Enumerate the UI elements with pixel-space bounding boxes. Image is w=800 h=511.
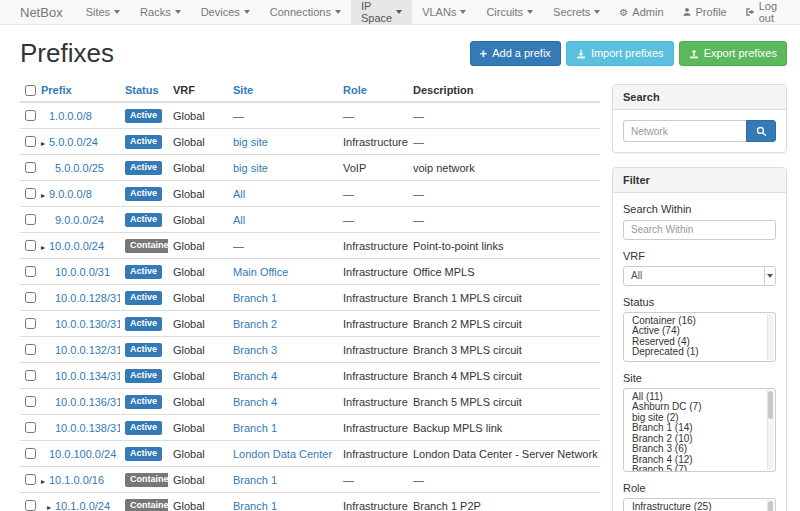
- status-badge[interactable]: Container: [125, 499, 168, 511]
- nav-item-profile[interactable]: Profile: [673, 0, 736, 24]
- row-checkbox[interactable]: [25, 396, 36, 407]
- prefix-link[interactable]: 10.0.0.132/31: [55, 344, 120, 356]
- column-header-link[interactable]: Prefix: [41, 84, 72, 96]
- row-checkbox[interactable]: [25, 266, 36, 277]
- column-header-link[interactable]: Site: [233, 84, 253, 96]
- prefix-link[interactable]: 10.0.0.128/31: [55, 292, 120, 304]
- row-checkbox[interactable]: [25, 474, 36, 485]
- column-header-site[interactable]: Site: [228, 79, 338, 102]
- prefix-link[interactable]: 10.0.0.130/31: [55, 318, 120, 330]
- row-checkbox[interactable]: [25, 370, 36, 381]
- scrollbar-track[interactable]: [767, 314, 774, 360]
- status-badge[interactable]: Container: [125, 239, 168, 253]
- list-option[interactable]: Infrastructure (25): [624, 502, 775, 511]
- prefix-link[interactable]: 10.0.0.0/24: [49, 240, 104, 252]
- nav-item-racks[interactable]: Racks: [130, 0, 191, 24]
- site-link[interactable]: Branch 1: [233, 422, 277, 434]
- status-filter-list[interactable]: Container (16)Active (74)Reserved (4)Dep…: [623, 312, 776, 362]
- list-option[interactable]: Branch 1 (14): [624, 423, 775, 434]
- scrollbar-thumb[interactable]: [768, 391, 773, 419]
- prefix-link[interactable]: 10.0.0.0/31: [55, 266, 110, 278]
- status-badge[interactable]: Active: [125, 317, 162, 331]
- nav-item-devices[interactable]: Devices: [191, 0, 260, 24]
- status-badge[interactable]: Active: [125, 109, 162, 123]
- column-header-status[interactable]: Status: [120, 79, 168, 102]
- status-badge[interactable]: Active: [125, 265, 162, 279]
- nav-item-secrets[interactable]: Secrets: [543, 0, 610, 24]
- row-checkbox[interactable]: [25, 240, 36, 251]
- status-badge[interactable]: Active: [125, 447, 162, 461]
- site-link[interactable]: Branch 4: [233, 370, 277, 382]
- list-option[interactable]: Branch 5 (7): [624, 465, 775, 472]
- status-badge[interactable]: Active: [125, 291, 162, 305]
- column-header-prefix[interactable]: Prefix: [36, 79, 120, 102]
- status-badge[interactable]: Active: [125, 421, 162, 435]
- row-checkbox[interactable]: [25, 292, 36, 303]
- column-header-link[interactable]: Role: [343, 84, 367, 96]
- prefix-link[interactable]: 5.0.0.0/25: [55, 162, 104, 174]
- site-link[interactable]: All: [233, 214, 245, 226]
- site-link[interactable]: Branch 1: [233, 292, 277, 304]
- prefix-link[interactable]: 10.0.0.134/31: [55, 370, 120, 382]
- app-brand[interactable]: NetBox: [0, 0, 76, 24]
- site-link[interactable]: Branch 3: [233, 344, 277, 356]
- row-checkbox[interactable]: [25, 110, 36, 121]
- search-button[interactable]: [746, 120, 776, 142]
- list-option[interactable]: Branch 3 (6): [624, 444, 775, 455]
- scrollbar-thumb[interactable]: [768, 501, 773, 511]
- prefix-link[interactable]: 10.0.0.136/31: [55, 396, 120, 408]
- nav-item-sites[interactable]: Sites: [76, 0, 130, 24]
- site-link[interactable]: big site: [233, 136, 268, 148]
- prefix-link[interactable]: 10.0.100.0/24: [49, 448, 116, 460]
- nav-item-log-out[interactable]: Log out: [736, 0, 790, 24]
- status-badge[interactable]: Active: [125, 395, 162, 409]
- prefix-link[interactable]: 5.0.0.0/24: [49, 136, 98, 148]
- site-link[interactable]: All: [233, 188, 245, 200]
- row-checkbox[interactable]: [25, 188, 36, 199]
- status-badge[interactable]: Active: [125, 135, 162, 149]
- search-within-input[interactable]: [623, 220, 776, 240]
- add-prefix-button[interactable]: + Add a prefix: [470, 41, 561, 66]
- site-link[interactable]: Branch 2: [233, 318, 277, 330]
- site-link[interactable]: big site: [233, 162, 268, 174]
- prefix-link[interactable]: 10.0.0.138/31: [55, 422, 120, 434]
- prefix-link[interactable]: 10.1.0.0/24: [55, 500, 110, 511]
- nav-item-connections[interactable]: Connections: [260, 0, 351, 24]
- list-option[interactable]: Ashburn DC (7): [624, 402, 775, 413]
- site-link[interactable]: Branch 4: [233, 396, 277, 408]
- status-badge[interactable]: Active: [125, 213, 162, 227]
- row-checkbox[interactable]: [25, 344, 36, 355]
- row-checkbox[interactable]: [25, 318, 36, 329]
- status-badge[interactable]: Active: [125, 161, 162, 175]
- nav-item-ip-space[interactable]: IP Space: [351, 0, 412, 24]
- export-prefixes-button[interactable]: Export prefixes: [679, 41, 787, 66]
- status-badge[interactable]: Container: [125, 473, 168, 487]
- column-header-link[interactable]: Status: [125, 84, 159, 96]
- status-badge[interactable]: Active: [125, 187, 162, 201]
- prefix-link[interactable]: 10.1.0.0/16: [49, 474, 104, 486]
- list-option[interactable]: Active (74): [624, 326, 775, 337]
- status-badge[interactable]: Active: [125, 343, 162, 357]
- import-prefixes-button[interactable]: Import prefixes: [566, 41, 674, 66]
- vrf-select[interactable]: All: [623, 266, 776, 286]
- site-link[interactable]: Branch 1: [233, 500, 277, 511]
- site-link[interactable]: Main Office: [233, 266, 288, 278]
- search-input[interactable]: [623, 120, 746, 142]
- prefix-link[interactable]: 9.0.0.0/8: [49, 188, 92, 200]
- row-checkbox[interactable]: [25, 500, 36, 511]
- nav-item-vlans[interactable]: VLANs: [412, 0, 476, 24]
- row-checkbox[interactable]: [25, 214, 36, 225]
- row-checkbox[interactable]: [25, 162, 36, 173]
- site-link[interactable]: Branch 1: [233, 474, 277, 486]
- select-all-checkbox[interactable]: [25, 85, 36, 96]
- nav-item-circuits[interactable]: Circuits: [476, 0, 543, 24]
- status-badge[interactable]: Active: [125, 369, 162, 383]
- column-header-role[interactable]: Role: [338, 79, 408, 102]
- list-option[interactable]: Deprecated (1): [624, 347, 775, 358]
- row-checkbox[interactable]: [25, 448, 36, 459]
- nav-item-admin[interactable]: ⚙Admin: [610, 0, 672, 24]
- prefix-link[interactable]: 9.0.0.0/24: [55, 214, 104, 226]
- site-link[interactable]: London Data Center: [233, 448, 332, 460]
- site-filter-list[interactable]: All (11)Ashburn DC (7)big site (2)Branch…: [623, 388, 776, 472]
- row-checkbox[interactable]: [25, 136, 36, 147]
